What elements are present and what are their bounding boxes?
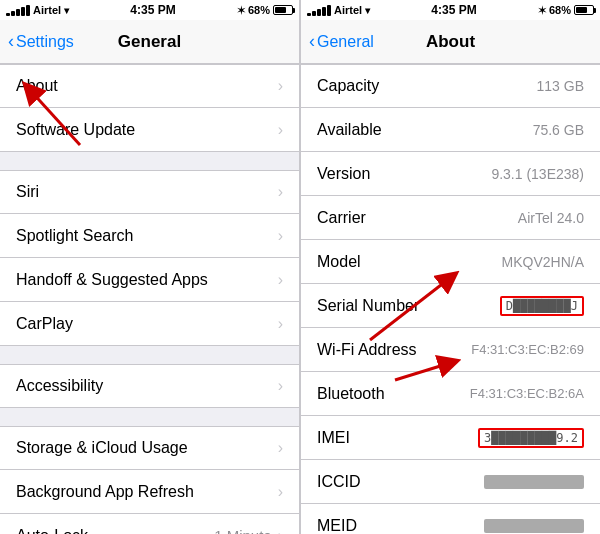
left-status-bar: Airtel ▾ 4:35 PM ✶ 68%	[0, 0, 299, 20]
item-label-about: About	[16, 77, 58, 95]
item-label-carplay: CarPlay	[16, 315, 73, 333]
version-value: 9.3.1 (13E238)	[491, 166, 584, 182]
available-label: Available	[317, 121, 382, 139]
left-settings-list: About › Software Update › Siri ›	[0, 64, 299, 534]
list-item-handoff[interactable]: Handoff & Suggested Apps ›	[0, 258, 299, 302]
right-back-chevron-icon: ‹	[309, 32, 315, 50]
chevron-icon: ›	[278, 439, 283, 457]
item-label-autolock: Auto-Lock	[16, 527, 88, 535]
right-status-bar: Airtel ▾ 4:35 PM ✶ 68%	[301, 0, 600, 20]
list-item-about[interactable]: About ›	[0, 64, 299, 108]
wifi-value: F4:31:C3:EC:B2:69	[471, 342, 584, 357]
carrier-label-about: Carrier	[317, 209, 366, 227]
carrier-label: Airtel	[33, 4, 61, 16]
item-label-storage: Storage & iCloud Usage	[16, 439, 188, 457]
item-label-background-refresh: Background App Refresh	[16, 483, 194, 501]
version-label: Version	[317, 165, 370, 183]
left-back-button[interactable]: ‹ Settings	[8, 33, 74, 51]
about-item-wifi: Wi-Fi Address F4:31:C3:EC:B2:69	[301, 328, 600, 372]
about-item-model: Model MKQV2HN/A	[301, 240, 600, 284]
right-battery-percent: 68%	[549, 4, 571, 16]
chevron-icon: ›	[278, 315, 283, 333]
about-item-available: Available 75.6 GB	[301, 108, 600, 152]
list-item-spotlight[interactable]: Spotlight Search ›	[0, 214, 299, 258]
item-right-siri: ›	[278, 183, 283, 201]
capacity-label: Capacity	[317, 77, 379, 95]
battery-icon	[273, 5, 293, 15]
imei-label: IMEI	[317, 429, 350, 447]
section-gap-2	[0, 346, 299, 364]
right-nav-title: About	[426, 32, 475, 52]
model-value: MKQV2HN/A	[502, 254, 584, 270]
right-status-right: ✶ 68%	[538, 4, 594, 16]
right-status-left: Airtel ▾	[307, 4, 370, 16]
about-item-carrier: Carrier AirTel 24.0	[301, 196, 600, 240]
right-signal-icon	[307, 5, 331, 16]
available-value: 75.6 GB	[533, 122, 584, 138]
left-back-label: Settings	[16, 33, 74, 51]
about-item-capacity: Capacity 113 GB	[301, 64, 600, 108]
chevron-icon: ›	[278, 527, 283, 535]
iccid-label: ICCID	[317, 473, 361, 491]
right-time: 4:35 PM	[431, 3, 476, 17]
autolock-value: 1 Minute	[214, 527, 272, 534]
right-wifi-icon: ▾	[365, 5, 370, 16]
section-gap-1	[0, 152, 299, 170]
about-item-meid: MEID	[301, 504, 600, 534]
right-back-button[interactable]: ‹ General	[309, 33, 374, 51]
bluetooth-label: Bluetooth	[317, 385, 385, 403]
meid-value	[484, 519, 584, 533]
about-item-version: Version 9.3.1 (13E238)	[301, 152, 600, 196]
item-label-siri: Siri	[16, 183, 39, 201]
about-item-bluetooth: Bluetooth F4:31:C3:EC:B2:6A	[301, 372, 600, 416]
list-item-carplay[interactable]: CarPlay ›	[0, 302, 299, 346]
about-item-iccid: ICCID	[301, 460, 600, 504]
item-label-handoff: Handoff & Suggested Apps	[16, 271, 208, 289]
item-label-accessibility: Accessibility	[16, 377, 103, 395]
chevron-icon: ›	[278, 271, 283, 289]
section-storage: Storage & iCloud Usage › Background App …	[0, 426, 299, 534]
chevron-icon: ›	[278, 183, 283, 201]
section-accessibility: Accessibility ›	[0, 364, 299, 408]
serial-label: Serial Number	[317, 297, 419, 315]
left-nav-bar: ‹ Settings General	[0, 20, 299, 64]
chevron-icon: ›	[278, 77, 283, 95]
list-item-accessibility[interactable]: Accessibility ›	[0, 364, 299, 408]
battery-percent: 68%	[248, 4, 270, 16]
item-right-software: ›	[278, 121, 283, 139]
item-right-background: ›	[278, 483, 283, 501]
bluetooth-icon: ✶	[237, 5, 245, 16]
right-battery-icon	[574, 5, 594, 15]
right-carrier-label: Airtel	[334, 4, 362, 16]
item-right-autolock: 1 Minute ›	[214, 527, 283, 535]
list-item-siri[interactable]: Siri ›	[0, 170, 299, 214]
item-right-about: ›	[278, 77, 283, 95]
right-nav-bar: ‹ General About	[301, 20, 600, 64]
meid-label: MEID	[317, 517, 357, 535]
carrier-value: AirTel 24.0	[518, 210, 584, 226]
left-time: 4:35 PM	[130, 3, 175, 17]
wifi-label: Wi-Fi Address	[317, 341, 417, 359]
back-chevron-icon: ‹	[8, 32, 14, 50]
about-item-serial: Serial Number D████████J	[301, 284, 600, 328]
imei-value: 3█████████9.2	[478, 428, 584, 448]
left-panel: Airtel ▾ 4:35 PM ✶ 68% ‹ Settings Genera…	[0, 0, 300, 534]
iccid-value	[484, 475, 584, 489]
chevron-icon: ›	[278, 121, 283, 139]
right-back-label: General	[317, 33, 374, 51]
list-item-autolock[interactable]: Auto-Lock 1 Minute ›	[0, 514, 299, 534]
item-label-software-update: Software Update	[16, 121, 135, 139]
left-status-left: Airtel ▾	[6, 4, 69, 16]
list-item-storage[interactable]: Storage & iCloud Usage ›	[0, 426, 299, 470]
item-right-storage: ›	[278, 439, 283, 457]
item-label-spotlight: Spotlight Search	[16, 227, 133, 245]
about-item-imei: IMEI 3█████████9.2	[301, 416, 600, 460]
serial-value: D████████J	[500, 296, 584, 316]
item-right-carplay: ›	[278, 315, 283, 333]
about-list: Capacity 113 GB Available 75.6 GB Versio…	[301, 64, 600, 534]
chevron-icon: ›	[278, 483, 283, 501]
item-right-spotlight: ›	[278, 227, 283, 245]
right-bluetooth-icon: ✶	[538, 5, 546, 16]
list-item-background-refresh[interactable]: Background App Refresh ›	[0, 470, 299, 514]
list-item-software-update[interactable]: Software Update ›	[0, 108, 299, 152]
